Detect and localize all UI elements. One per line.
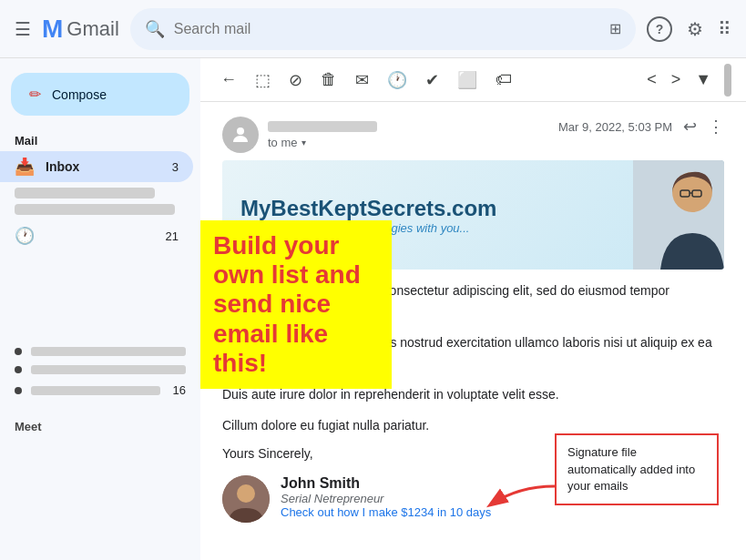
- sig-title: Serial Netrepreneur: [281, 492, 491, 505]
- to-me-text: to me: [268, 136, 298, 149]
- gmail-logo-icon: M: [42, 15, 63, 44]
- inbox-label: Inbox: [46, 159, 172, 174]
- mail-button[interactable]: ✉: [350, 66, 374, 94]
- avatar-person-icon: [230, 124, 251, 146]
- search-bar[interactable]: 🔍 ⊞: [130, 8, 636, 50]
- snooze-button[interactable]: 🕐: [382, 66, 413, 94]
- hamburger-icon[interactable]: ☰: [15, 18, 31, 40]
- apps-icon[interactable]: ⠿: [718, 18, 731, 40]
- sender-info: to me ▾: [268, 121, 377, 149]
- more-vert-icon[interactable]: ⋮: [708, 117, 724, 137]
- sender-name-placeholder: [268, 121, 377, 132]
- bullet-2: [15, 366, 22, 373]
- sender-avatar: [222, 117, 259, 153]
- label-button[interactable]: 🏷: [490, 66, 517, 93]
- other-icon: 🕐: [15, 226, 35, 246]
- sig-info: John Smith Serial Netrepreneur Check out…: [281, 475, 491, 519]
- sig-link[interactable]: Check out how I make $1234 in 10 days: [281, 505, 491, 519]
- sidebar-bottom-count: 16: [173, 383, 186, 397]
- bullet-bar-3: [31, 386, 160, 395]
- topbar: ☰ M Gmail 🔍 ⊞ ? ⚙ ⠿: [0, 0, 746, 58]
- sidebar-placeholder-2: [15, 204, 175, 215]
- email-toolbar: ← ⬚ ⊘ 🗑 ✉ 🕐 ✔ ⬜ 🏷 < > ▼: [200, 58, 746, 102]
- banner-site-name: MyBestKeptSecrets.com: [240, 196, 496, 221]
- inbox-icon: 📥: [15, 157, 35, 177]
- email-para-4: Cillum dolore eu fugiat nulla pariatur.: [222, 415, 724, 435]
- callout-text: Signature file automatically added into …: [567, 445, 695, 492]
- sidebar: ✏ Compose Mail 📥 Inbox 3 🕐 21: [0, 58, 200, 560]
- help-icon[interactable]: ?: [647, 16, 672, 42]
- bullet-1: [15, 348, 22, 355]
- to-me-chevron[interactable]: ▾: [301, 137, 306, 148]
- gmail-logo: M Gmail: [42, 15, 119, 44]
- svg-point-0: [237, 127, 244, 135]
- sidebar-bullet-item-1[interactable]: [0, 342, 200, 361]
- layout: ✏ Compose Mail 📥 Inbox 3 🕐 21: [0, 58, 746, 560]
- bullet-3: [15, 387, 22, 394]
- scrollbar-thumb[interactable]: [724, 64, 731, 97]
- yellow-annotation-text: Build your own list and send nice email …: [213, 231, 379, 378]
- sidebar-item-inbox[interactable]: 📥 Inbox 3: [0, 151, 193, 182]
- move-button[interactable]: ⬜: [452, 66, 483, 94]
- email-view[interactable]: to me ▾ Mar 9, 2022, 5:03 PM ↩ ⋮ MyBestK…: [200, 102, 746, 560]
- task-button[interactable]: ✔: [420, 66, 445, 94]
- compose-label: Compose: [52, 87, 107, 102]
- email-date: Mar 9, 2022, 5:03 PM: [558, 120, 672, 134]
- back-button[interactable]: ←: [215, 66, 242, 93]
- next-button[interactable]: >: [666, 66, 687, 93]
- email-header: to me ▾ Mar 9, 2022, 5:03 PM ↩ ⋮: [200, 102, 746, 160]
- main-content: ← ⬚ ⊘ 🗑 ✉ 🕐 ✔ ⬜ 🏷 < > ▼: [200, 58, 746, 560]
- sig-avatar-svg: [222, 475, 270, 523]
- delete-button[interactable]: 🗑: [315, 66, 342, 93]
- archive-button[interactable]: ⬚: [250, 66, 276, 94]
- sig-name: John Smith: [281, 475, 491, 492]
- banner-person-svg: [633, 160, 724, 270]
- sidebar-bullet-item-2[interactable]: [0, 361, 200, 379]
- toolbar-pagination: < > ▼: [641, 64, 731, 97]
- bullet-bar-2: [31, 365, 186, 374]
- bullet-bar-1: [31, 347, 186, 356]
- other-count: 21: [166, 229, 179, 243]
- to-me-label: to me ▾: [268, 136, 377, 149]
- topbar-right: ? ⚙ ⠿: [647, 16, 731, 42]
- view-more-button[interactable]: ▼: [690, 66, 717, 93]
- search-filter-icon[interactable]: ⊞: [609, 20, 621, 37]
- email-subject-area: to me ▾: [222, 117, 377, 153]
- compose-icon: ✏: [29, 86, 41, 103]
- report-button[interactable]: ⊘: [283, 66, 308, 94]
- meet-label: Meet: [0, 412, 200, 441]
- search-input[interactable]: [174, 21, 600, 37]
- sidebar-placeholder-1: [15, 188, 155, 199]
- prev-button[interactable]: <: [641, 66, 662, 93]
- banner-person-image: [633, 160, 724, 270]
- email-date-area: Mar 9, 2022, 5:03 PM ↩ ⋮: [558, 117, 724, 137]
- sig-arrow-svg: [482, 482, 555, 509]
- sidebar-spacer: [0, 251, 200, 342]
- sidebar-bullet-item-3[interactable]: 16: [0, 379, 200, 402]
- signature-callout-box: Signature file automatically added into …: [555, 433, 719, 505]
- reply-icon[interactable]: ↩: [683, 117, 697, 137]
- svg-point-7: [237, 484, 255, 503]
- sig-avatar: [222, 475, 270, 523]
- search-icon: 🔍: [145, 19, 165, 39]
- yellow-annotation-overlay: Build your own list and send nice email …: [200, 220, 392, 389]
- sidebar-item-other[interactable]: 🕐 21: [0, 220, 193, 251]
- compose-button[interactable]: ✏ Compose: [11, 73, 189, 116]
- sig-arrow: [482, 482, 555, 513]
- gmail-logo-text: Gmail: [66, 17, 118, 41]
- settings-icon[interactable]: ⚙: [687, 18, 703, 40]
- mail-section-label: Mail: [0, 130, 200, 151]
- inbox-count: 3: [172, 160, 179, 174]
